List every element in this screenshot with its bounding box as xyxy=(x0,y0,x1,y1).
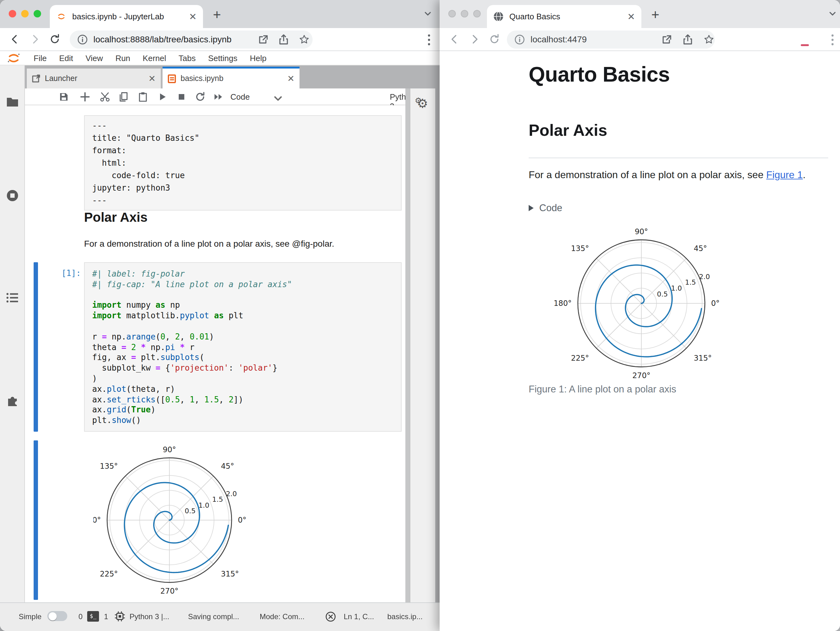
file-browser-icon[interactable] xyxy=(6,95,19,109)
menu-item-edit[interactable]: Edit xyxy=(53,53,79,63)
kernel-sessions-count[interactable]: 0 xyxy=(79,612,82,621)
close-window-button[interactable] xyxy=(9,10,16,17)
reload-button[interactable] xyxy=(49,33,61,46)
globe-favicon-icon xyxy=(493,11,504,22)
cursor-position-text[interactable]: Ln 1, C... xyxy=(344,612,374,621)
interrupt-kernel-button[interactable] xyxy=(176,92,187,102)
minimize-window-button[interactable] xyxy=(21,10,28,17)
url-text[interactable]: localhost:4479 xyxy=(531,34,587,44)
code-line: import numpy as np xyxy=(92,300,393,311)
kernel-status-text[interactable]: Python 3 |... xyxy=(129,612,169,621)
code-line: #| label: fig-polar xyxy=(92,269,393,280)
browser-menu-kebab-icon[interactable] xyxy=(831,34,834,46)
cut-cells-button[interactable] xyxy=(99,92,110,102)
url-text[interactable]: localhost:8888/lab/tree/basics.ipynb xyxy=(93,34,232,44)
simple-mode-toggle[interactable] xyxy=(47,611,67,621)
menu-item-tabs[interactable]: Tabs xyxy=(172,53,202,63)
run-cell-button[interactable] xyxy=(157,92,167,102)
add-cell-button[interactable] xyxy=(80,92,90,102)
status-file-name[interactable]: basics.ip... xyxy=(387,612,423,621)
open-in-new-icon[interactable] xyxy=(258,34,268,45)
jupyterlab-browser-window: basics.ipynb - JupyterLab ✕ + localhost:… xyxy=(0,0,440,631)
close-window-button[interactable] xyxy=(448,10,456,17)
code-line: theta = 2 * np.pi * r xyxy=(92,342,393,353)
svg-text:0°: 0° xyxy=(711,299,720,308)
share-icon[interactable] xyxy=(278,34,289,45)
edit-mode-text[interactable]: Mode: Com... xyxy=(260,612,305,621)
close-notebook-tab-icon[interactable]: ✕ xyxy=(287,73,295,84)
svg-text:0.5: 0.5 xyxy=(657,290,668,298)
browser-tab[interactable]: basics.ipynb - JupyterLab ✕ xyxy=(50,5,203,28)
forward-button[interactable] xyxy=(468,33,481,46)
browser-tab-title: Quarto Basics xyxy=(509,12,622,21)
active-cell-indicator-input[interactable] xyxy=(34,262,38,432)
code-disclosure[interactable]: Code xyxy=(529,202,562,213)
disclosure-triangle-icon xyxy=(529,205,534,211)
code-cell[interactable]: #| label: fig-polar#| fig-cap: "A line p… xyxy=(84,262,402,432)
notebook-scrollbar[interactable] xyxy=(405,89,410,603)
cell-type-chevron-icon[interactable] xyxy=(273,93,283,104)
tab-search-chevron-icon[interactable] xyxy=(828,9,837,18)
svg-text:1.0: 1.0 xyxy=(671,285,682,292)
running-kernels-icon[interactable] xyxy=(6,189,19,202)
menu-item-file[interactable]: File xyxy=(27,53,53,63)
active-cell-indicator-output[interactable] xyxy=(34,440,38,600)
property-inspector-icon[interactable]: ⚙⚙ xyxy=(415,96,423,111)
svg-text:135°: 135° xyxy=(571,244,589,253)
new-tab-button[interactable]: + xyxy=(651,7,659,23)
forward-button[interactable] xyxy=(28,33,41,46)
svg-text:225°: 225° xyxy=(571,354,589,362)
cell-type-dropdown[interactable]: Code xyxy=(231,92,250,101)
address-bar[interactable]: localhost:8888/lab/tree/basics.ipynb xyxy=(70,30,313,49)
menu-item-run[interactable]: Run xyxy=(109,53,137,63)
back-button[interactable] xyxy=(9,33,21,46)
code-line: ax.grid(True) xyxy=(92,405,393,416)
bookmark-star-icon[interactable] xyxy=(299,34,309,45)
menu-item-settings[interactable]: Settings xyxy=(202,53,243,63)
save-button[interactable] xyxy=(58,92,69,102)
menu-item-help[interactable]: Help xyxy=(243,53,273,63)
code-line: r = np.arange(0, 2, 0.01) xyxy=(92,332,393,343)
notebook-scroll-area[interactable]: --- title: "Quarto Basics" format: html:… xyxy=(25,105,405,603)
figure-1-link[interactable]: Figure 1 xyxy=(766,169,803,180)
tab-search-chevron-icon[interactable] xyxy=(423,9,432,18)
yaml-raw-cell[interactable]: --- title: "Quarto Basics" format: html:… xyxy=(84,115,402,210)
minimize-window-button[interactable] xyxy=(461,10,468,17)
close-launcher-tab-icon[interactable]: ✕ xyxy=(148,73,156,84)
share-icon[interactable] xyxy=(682,34,693,45)
address-bar[interactable]: localhost:4479 xyxy=(507,30,715,49)
code-disclosure-label: Code xyxy=(539,202,562,213)
terminal-icon[interactable]: $_ xyxy=(87,611,99,622)
terminal-sessions-count[interactable]: 1 xyxy=(104,612,108,621)
zoom-window-button[interactable] xyxy=(34,10,41,17)
site-info-icon[interactable] xyxy=(77,34,88,45)
reload-button[interactable] xyxy=(488,33,501,46)
restart-kernel-button[interactable] xyxy=(195,92,205,102)
kernel-chip-icon[interactable] xyxy=(115,611,125,622)
svg-text:315°: 315° xyxy=(694,354,712,362)
extension-manager-icon[interactable] xyxy=(6,394,19,408)
close-tab-icon[interactable]: ✕ xyxy=(189,11,197,22)
table-of-contents-icon[interactable] xyxy=(6,291,19,305)
new-tab-button[interactable]: + xyxy=(213,7,221,23)
browser-menu-kebab-icon[interactable] xyxy=(427,34,431,46)
site-info-icon[interactable] xyxy=(514,34,525,45)
polar-plot-output: 0°45°90°135°180°225°270°315°0.51.01.52.0 xyxy=(93,438,274,600)
back-button[interactable] xyxy=(448,33,461,46)
open-in-new-icon[interactable] xyxy=(661,34,672,45)
notifications-icon[interactable] xyxy=(325,611,336,622)
tab-basics-ipynb[interactable]: basics.ipynb ✕ xyxy=(163,66,300,89)
menu-item-view[interactable]: View xyxy=(79,53,109,63)
copy-cells-button[interactable] xyxy=(118,92,129,102)
launcher-icon xyxy=(32,74,41,83)
zoom-window-button[interactable] xyxy=(473,10,481,17)
bookmark-star-icon[interactable] xyxy=(704,34,714,45)
restart-run-all-button[interactable] xyxy=(213,92,224,102)
code-line: import matplotlib.pyplot as plt xyxy=(92,311,393,321)
tab-launcher[interactable]: Launcher ✕ xyxy=(27,68,161,89)
browser-tab[interactable]: Quarto Basics ✕ xyxy=(487,5,641,28)
close-tab-icon[interactable]: ✕ xyxy=(627,11,635,22)
section-heading: Polar Axis xyxy=(529,121,607,140)
menu-item-kernel[interactable]: Kernel xyxy=(136,53,172,63)
paste-cells-button[interactable] xyxy=(137,92,148,102)
